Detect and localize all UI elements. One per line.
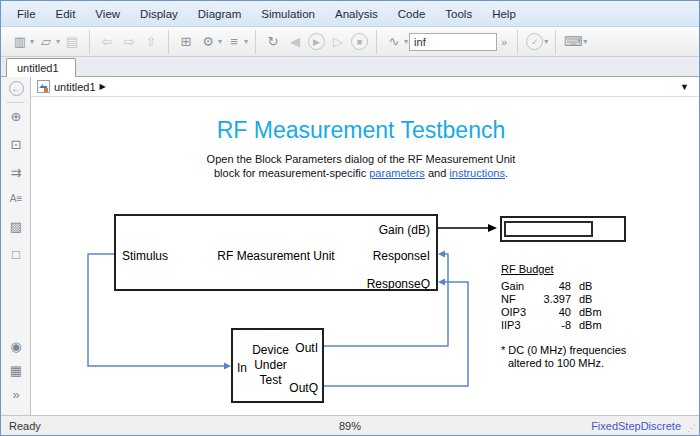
new-model-icon[interactable]: ▥ xyxy=(11,33,29,51)
settings-caret-icon[interactable]: ▾ xyxy=(218,37,222,46)
breadcrumb-model-name[interactable]: untitled1 xyxy=(54,81,96,93)
menu-file[interactable]: File xyxy=(7,4,46,24)
table-row: IIP3 -8 dBm xyxy=(501,319,602,332)
rf-measurement-unit-block[interactable]: Stimulus RF Measurement Unit Gain (dB) R… xyxy=(114,214,438,291)
viewmarks-icon[interactable]: ▦ xyxy=(1,363,31,378)
open-caret-icon[interactable]: ▾ xyxy=(56,37,60,46)
rf-budget-table: Gain 48 dB NF 3.397 dB OIP3 40 dBm xyxy=(501,280,602,332)
port-response-i: ResponseI xyxy=(373,249,430,263)
menu-display[interactable]: Display xyxy=(130,4,188,24)
toolbar-group-hardware: ⌨ ▾ xyxy=(558,27,592,56)
simulation-display-icon[interactable]: ∿ xyxy=(385,33,403,51)
dc-footnote: * DC (0 MHz) frequencies altered to 100 … xyxy=(501,344,626,370)
keyboard-icon[interactable]: ⌨ xyxy=(564,33,582,51)
rf-budget-title: RF Budget xyxy=(501,263,626,276)
resize-grip-icon[interactable]: ⋰ xyxy=(687,423,697,433)
table-row: Gain 48 dB xyxy=(501,280,602,293)
hide-explorer-icon: ← xyxy=(9,81,24,96)
run-icon[interactable]: ▶ xyxy=(308,33,325,50)
budget-label: NF xyxy=(501,293,537,306)
footnote-line2: altered to 100 MHz. xyxy=(501,357,626,370)
budget-unit: dB xyxy=(571,293,602,306)
tab-untitled1[interactable]: untitled1 xyxy=(6,58,76,77)
port-out-i: OutI xyxy=(295,341,318,355)
area-box-icon[interactable]: □ xyxy=(1,247,31,262)
table-row: OIP3 40 dBm xyxy=(501,306,602,319)
subtitle-line1: Open the Block Parameters dialog of the … xyxy=(207,153,516,165)
budget-unit: dB xyxy=(571,280,602,293)
palette-more-icon[interactable]: » xyxy=(1,387,31,402)
menu-analysis[interactable]: Analysis xyxy=(325,4,388,24)
status-bar: Ready 89% FixedStepDiscrete ⋰ xyxy=(1,415,699,435)
menu-diagram[interactable]: Diagram xyxy=(188,4,251,24)
page-title: RF Measurement Testbench xyxy=(151,117,571,144)
simulink-window: File Edit View Display Diagram Simulatio… xyxy=(0,0,700,436)
screenshot-camera-icon[interactable]: ◉ xyxy=(1,339,31,354)
stop-time-input[interactable] xyxy=(409,33,497,51)
up-to-parent-icon[interactable]: ⇧ xyxy=(142,33,160,51)
toolbar-separator xyxy=(376,30,377,54)
settings-gear-icon[interactable]: ⚙ xyxy=(199,33,217,51)
budget-unit: dBm xyxy=(571,306,602,319)
parameters-link[interactable]: parameters xyxy=(369,167,425,179)
left-palette: ← ⊕ ⊡ ⇉ A≡ ▨ □ ◉ ▦ » xyxy=(1,77,31,415)
simulation-display-caret-icon[interactable]: ▾ xyxy=(404,37,408,46)
breadcrumb: untitled1 ▶ ▼ xyxy=(31,77,699,97)
subtitle-period: . xyxy=(505,167,508,179)
open-icon[interactable]: ▱ xyxy=(37,33,55,51)
budget-label: IIP3 xyxy=(501,319,537,332)
breadcrumb-caret-icon[interactable]: ▶ xyxy=(100,82,106,91)
build-caret-icon[interactable]: ▾ xyxy=(544,37,548,46)
model-explorer-caret-icon[interactable]: ▾ xyxy=(244,37,248,46)
menu-code[interactable]: Code xyxy=(388,4,436,24)
rf-budget-annotation: RF Budget Gain 48 dB NF 3.397 dB xyxy=(501,263,626,370)
port-response-q: ResponseQ xyxy=(367,277,430,291)
toolbar-group-file: ▥ ▾ ▱ ▾ ▤ xyxy=(5,27,87,56)
model-explorer-icon[interactable]: ≡ xyxy=(225,33,243,51)
budget-value: 40 xyxy=(537,306,571,319)
display-value-field xyxy=(504,221,593,237)
budget-label: OIP3 xyxy=(501,306,537,319)
content-area: untitled1 ▶ ▼ xyxy=(31,77,699,415)
gain-display-block[interactable] xyxy=(500,216,626,242)
instructions-link[interactable]: instructions xyxy=(449,167,505,179)
hide-explorer-button[interactable]: ← xyxy=(1,80,31,96)
toolbar-separator xyxy=(555,30,556,54)
menu-view[interactable]: View xyxy=(85,4,130,24)
menu-bar: File Edit View Display Diagram Simulatio… xyxy=(1,1,699,27)
stop-icon[interactable]: ■ xyxy=(351,33,368,50)
toolbar-expand-icon[interactable]: » xyxy=(501,36,507,48)
save-icon[interactable]: ▤ xyxy=(63,33,81,51)
budget-label: Gain xyxy=(501,280,537,293)
zoom-tool-icon[interactable]: ⊕ xyxy=(1,109,31,124)
toolbar-group-time: ∿ ▾ » xyxy=(379,27,515,56)
budget-value: 3.397 xyxy=(537,293,571,306)
toolbar-group-nav: ⇦ ⇨ ⇧ xyxy=(92,27,166,56)
menu-tools[interactable]: Tools xyxy=(435,4,482,24)
menu-edit[interactable]: Edit xyxy=(46,4,86,24)
new-model-caret-icon[interactable]: ▾ xyxy=(30,37,34,46)
annotation-tool-icon[interactable]: A≡ xyxy=(1,193,31,204)
breadcrumb-dropdown-icon[interactable]: ▼ xyxy=(680,82,693,92)
signal-routing-icon[interactable]: ⇉ xyxy=(1,165,31,180)
device-under-test-block[interactable]: In Device Under Test OutI OutQ xyxy=(231,328,324,403)
forward-icon[interactable]: ⇨ xyxy=(120,33,138,51)
image-annotation-icon[interactable]: ▨ xyxy=(1,219,31,234)
keyboard-caret-icon[interactable]: ▾ xyxy=(583,37,587,46)
step-forward-icon[interactable]: ▷ xyxy=(329,33,347,51)
zoom-level: 89% xyxy=(1,420,699,432)
fit-to-view-icon[interactable]: ⊡ xyxy=(1,137,31,152)
main-area: ← ⊕ ⊡ ⇉ A≡ ▨ □ ◉ ▦ » untitled1 ▶ xyxy=(1,77,699,415)
library-browser-icon[interactable]: ⊞ xyxy=(177,33,195,51)
port-gain-db: Gain (dB) xyxy=(379,223,430,237)
step-back-icon[interactable]: ◀ xyxy=(286,33,304,51)
subtitle-line2-pre: block for measurement-specific xyxy=(214,167,369,179)
back-icon[interactable]: ⇦ xyxy=(98,33,116,51)
update-diagram-icon[interactable]: ↻ xyxy=(264,33,282,51)
toolbar: ▥ ▾ ▱ ▾ ▤ ⇦ ⇨ ⇧ ⊞ ⚙ ▾ ≡ ▾ ↻ ◀ ▶ ▷ ■ xyxy=(1,27,699,57)
budget-unit: dBm xyxy=(571,319,602,332)
menu-simulation[interactable]: Simulation xyxy=(251,4,325,24)
model-canvas[interactable]: RF Measurement Testbench Open the Block … xyxy=(31,97,699,415)
build-check-icon[interactable]: ✓ xyxy=(526,33,543,50)
menu-help[interactable]: Help xyxy=(482,4,526,24)
